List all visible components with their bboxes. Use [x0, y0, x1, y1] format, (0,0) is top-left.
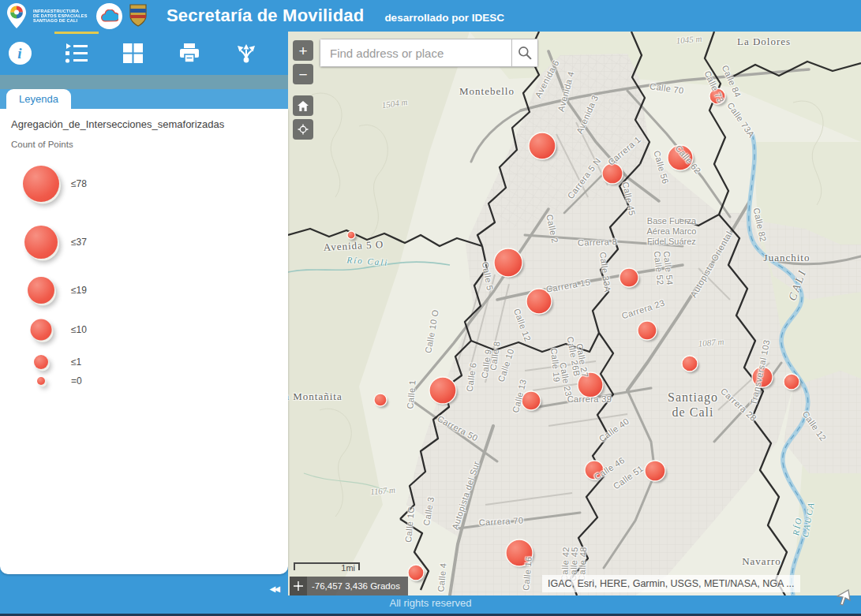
search-button[interactable]	[511, 39, 538, 67]
zoom-out-button[interactable]: −	[293, 64, 313, 84]
layers-button[interactable]	[115, 36, 150, 71]
tab-leyenda[interactable]: Leyenda	[6, 89, 71, 109]
info-icon: i	[9, 42, 32, 65]
legend-symbol	[37, 377, 45, 385]
map-marker[interactable]	[506, 539, 533, 566]
map-marker[interactable]	[526, 289, 552, 314]
app-header: INFRAESTRUCTURA DE DATOS ESPACIALES SANT…	[0, 0, 861, 32]
legend-icon	[65, 43, 88, 64]
footer-text: All rights reserved	[0, 597, 861, 609]
basemap	[288, 32, 861, 595]
home-button[interactable]	[293, 95, 313, 116]
map-marker[interactable]	[668, 145, 693, 170]
legend-item-label: ≤10	[71, 324, 87, 335]
legend-symbol	[28, 277, 54, 304]
legend-item-label: ≤37	[71, 237, 87, 248]
map-nav-controls: + −	[293, 40, 313, 143]
share-button[interactable]	[229, 36, 264, 71]
share-icon	[234, 43, 258, 65]
search-widget	[320, 39, 538, 67]
search-icon	[517, 45, 533, 61]
map-canvas[interactable]: 1504 mMontebello1045 mLa DoloresCalle 70…	[288, 32, 861, 595]
map-marker[interactable]	[602, 163, 623, 184]
map-marker[interactable]	[522, 391, 541, 410]
coordinate-widget[interactable]: -76,457 3,436 Grados	[290, 577, 408, 595]
coordinate-readout: -76,457 3,436 Grados	[312, 581, 408, 591]
legend-list: ≤78≤37≤19≤10≤1=0	[0, 109, 288, 574]
legend-symbol	[34, 355, 48, 369]
map-marker[interactable]	[638, 321, 657, 340]
scale-bar: 1mi	[294, 562, 360, 570]
map-marker[interactable]	[645, 461, 665, 481]
info-button[interactable]: i	[2, 36, 37, 71]
home-icon	[298, 100, 309, 112]
cali-progresa-logo	[96, 3, 122, 29]
print-button[interactable]	[172, 36, 207, 71]
locate-icon	[298, 122, 309, 136]
map-marker[interactable]	[374, 394, 387, 406]
panel-header-strip	[0, 75, 288, 89]
alcaldia-cali-logo	[129, 4, 148, 28]
collapse-panel-button[interactable]: ◀◀	[270, 584, 279, 593]
map-marker[interactable]	[752, 367, 773, 387]
map-attribution: IGAC, Esri, HERE, Garmin, USGS, METI/NAS…	[542, 575, 800, 592]
map-marker[interactable]	[620, 268, 638, 287]
legend-item-label: =0	[71, 375, 82, 386]
layers-grid-icon	[122, 43, 144, 64]
legend-item-label: ≤19	[71, 285, 87, 296]
map-marker[interactable]	[429, 377, 456, 404]
map-marker[interactable]	[709, 88, 725, 104]
map-marker[interactable]	[682, 356, 698, 371]
panel-tab-row: Leyenda	[0, 89, 288, 109]
page-title: Secretaría de Movilidad	[167, 6, 364, 26]
legend-symbol	[23, 166, 59, 202]
map-marker[interactable]	[408, 565, 424, 581]
legend-item-label: ≤1	[71, 357, 81, 368]
legend-symbol	[31, 319, 52, 341]
legend-panel: Agregación_de_Intersecciones_semaforizad…	[0, 109, 288, 574]
map-marker[interactable]	[347, 231, 355, 239]
page-subtitle: desarrollado por IDESC	[384, 12, 504, 24]
map-marker[interactable]	[784, 374, 799, 390]
print-icon	[178, 43, 200, 64]
zoom-in-button[interactable]: +	[293, 40, 313, 61]
map-marker[interactable]	[578, 372, 603, 398]
legend-item-label: ≤78	[71, 178, 87, 189]
active-tool-indicator	[54, 32, 99, 34]
locate-button[interactable]	[293, 119, 313, 140]
widget-toolbar: i	[0, 32, 288, 75]
map-marker[interactable]	[585, 461, 604, 480]
search-input[interactable]	[320, 39, 511, 67]
map-marker[interactable]	[529, 133, 556, 159]
legend-symbol	[24, 226, 58, 259]
map-marker[interactable]	[494, 248, 522, 277]
tab-leyenda-label: Leyenda	[19, 93, 58, 105]
scale-label: 1mi	[341, 563, 355, 573]
crosshair-icon	[290, 577, 307, 595]
idesc-pin-logo	[6, 2, 27, 29]
legend-button[interactable]	[59, 36, 94, 71]
idesc-logo-text: INFRAESTRUCTURA DE DATOS ESPACIALES SANT…	[33, 9, 91, 24]
app-window: INFRAESTRUCTURA DE DATOS ESPACIALES SANT…	[0, 0, 861, 616]
